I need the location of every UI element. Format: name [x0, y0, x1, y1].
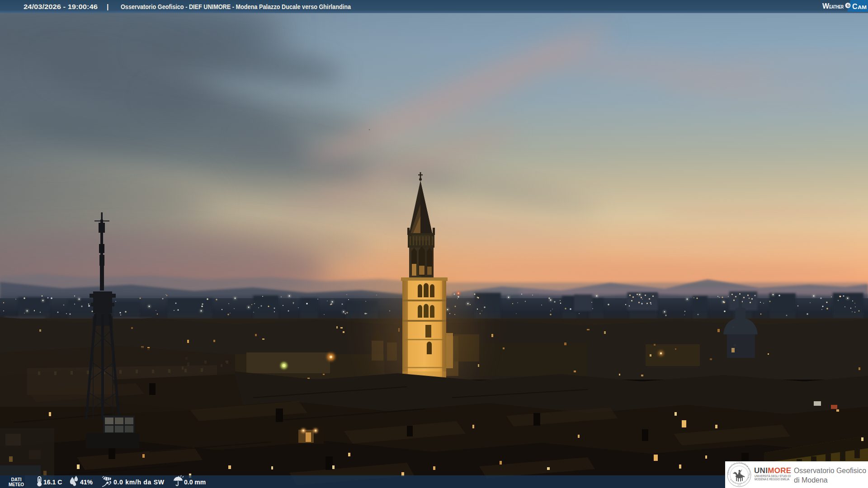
svg-text:MODENA E REGGIO EMILIA: MODENA E REGGIO EMILIA — [755, 478, 789, 481]
svg-text:1175: 1175 — [737, 484, 741, 486]
svg-text:di Modena: di Modena — [794, 476, 828, 484]
svg-text:24/03/2026 - 19:00:46: 24/03/2026 - 19:00:46 — [24, 3, 98, 10]
svg-text:W: W — [822, 2, 830, 10]
svg-text:UNIVERSITÀ DEGLI STUDI DI: UNIVERSITÀ DEGLI STUDI DI — [755, 474, 791, 478]
svg-text:|: | — [107, 3, 108, 10]
svg-text:0.0 mm: 0.0 mm — [184, 479, 206, 486]
svg-text:DATI: DATI — [11, 477, 22, 482]
svg-text:AM: AM — [858, 5, 867, 10]
svg-text:0.0 km/h da SW: 0.0 km/h da SW — [113, 479, 165, 486]
svg-text:C: C — [852, 3, 858, 10]
svg-text:METEO: METEO — [9, 482, 24, 487]
svg-text:UNIMORE: UNIMORE — [754, 466, 791, 475]
svg-text:41%: 41% — [80, 479, 93, 486]
svg-text:EATHER: EATHER — [829, 4, 844, 9]
svg-text:Osservatorio Geofisico - DIEF: Osservatorio Geofisico - DIEF UNIMORE - … — [121, 3, 351, 10]
svg-text:Osservatorio Geofisico: Osservatorio Geofisico — [794, 467, 866, 474]
svg-text:16.1 C: 16.1 C — [43, 479, 62, 486]
